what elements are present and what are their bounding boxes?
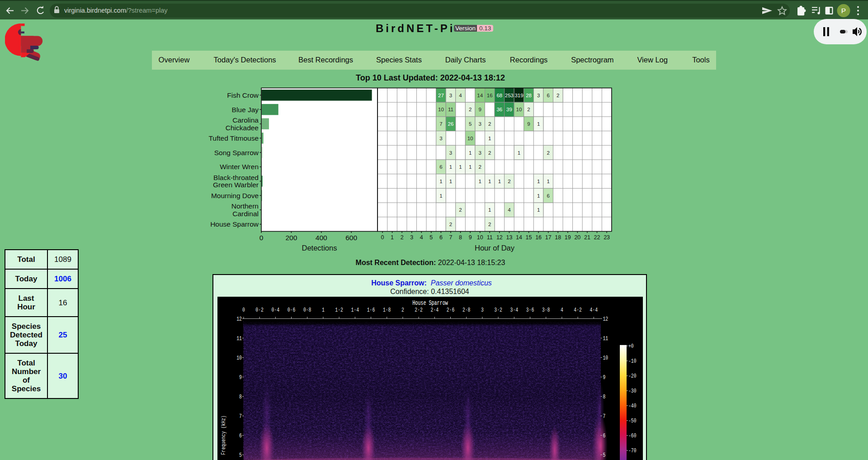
svg-text:0: 0 (259, 234, 264, 242)
svg-text:1: 1 (322, 307, 325, 314)
svg-text:28: 28 (526, 93, 532, 98)
svg-text:2: 2 (508, 179, 510, 184)
svg-text:1: 1 (391, 234, 394, 241)
svg-text:21: 21 (584, 234, 590, 241)
svg-text:0: 0 (381, 234, 384, 241)
svg-text:P: P (841, 7, 846, 14)
svg-text:19: 19 (565, 234, 571, 241)
svg-text:9: 9 (478, 107, 481, 112)
svg-text:3: 3 (481, 307, 484, 314)
svg-text:2: 2 (557, 93, 559, 98)
svg-text:1: 1 (488, 179, 491, 184)
svg-text:11: 11 (448, 107, 453, 112)
svg-text:Blue Jay: Blue Jay (232, 106, 259, 114)
svg-text:2: 2 (527, 107, 530, 112)
svg-text:36: 36 (496, 107, 502, 112)
svg-text:4: 4 (508, 207, 511, 213)
svg-text:5: 5 (239, 452, 242, 459)
svg-text:253: 253 (505, 93, 514, 98)
svg-text:5: 5 (603, 452, 606, 459)
svg-text:Winter Wren: Winter Wren (220, 163, 259, 171)
svg-text:14: 14 (516, 234, 522, 241)
svg-text:23: 23 (604, 234, 610, 241)
svg-text:20: 20 (574, 234, 580, 241)
svg-text:-70: -70 (628, 447, 636, 455)
svg-text:2·2: 2·2 (415, 307, 422, 314)
svg-text:8: 8 (239, 394, 242, 401)
svg-text:3: 3 (537, 93, 540, 98)
svg-text:1·8: 1·8 (383, 307, 391, 314)
svg-text:11: 11 (487, 234, 493, 241)
svg-text:9: 9 (469, 234, 472, 241)
svg-text:2: 2 (401, 234, 404, 241)
svg-text:Carolina: Carolina (232, 116, 259, 124)
svg-text:68: 68 (496, 93, 502, 98)
svg-text:1: 1 (478, 179, 481, 184)
svg-text:3: 3 (478, 150, 481, 156)
svg-text:5: 5 (429, 234, 433, 241)
svg-text:9: 9 (527, 121, 530, 127)
svg-text:-40: -40 (628, 403, 636, 410)
svg-text:0·4: 0·4 (272, 307, 279, 314)
svg-text:10: 10 (603, 355, 609, 362)
svg-text:10: 10 (236, 355, 242, 362)
svg-text:39: 39 (506, 107, 512, 112)
svg-text:House Sparrow: House Sparrow (210, 220, 259, 228)
svg-text:1: 1 (537, 121, 540, 127)
svg-text:7: 7 (239, 413, 242, 420)
svg-text:319: 319 (514, 93, 523, 98)
svg-text:18: 18 (555, 234, 561, 241)
svg-text:1·4: 1·4 (351, 307, 359, 314)
svg-text:4·2: 4·2 (574, 307, 581, 314)
svg-text:1: 1 (469, 150, 472, 156)
svg-text:11: 11 (603, 335, 609, 342)
svg-text:Hour of Day: Hour of Day (475, 244, 515, 252)
svg-text:3·6: 3·6 (526, 307, 534, 314)
svg-text:12: 12 (496, 234, 503, 241)
svg-text:Cardinal: Cardinal (232, 210, 259, 218)
svg-text:1: 1 (459, 164, 462, 170)
svg-text:1: 1 (469, 164, 472, 170)
svg-text:10: 10 (467, 136, 473, 141)
svg-text:Green Warbler: Green Warbler (213, 181, 259, 189)
svg-text:Mourning Dove: Mourning Dove (211, 192, 259, 199)
svg-text:10: 10 (438, 107, 444, 112)
svg-text:-60: -60 (628, 432, 636, 440)
svg-text:House Sparrow: House Sparrow (412, 299, 448, 307)
svg-text:+0: +0 (628, 343, 634, 350)
svg-text:2·4: 2·4 (431, 307, 439, 314)
svg-text:3: 3 (449, 93, 452, 98)
svg-text:9: 9 (603, 374, 606, 381)
svg-text:1: 1 (537, 207, 540, 213)
svg-text:Northern: Northern (231, 202, 259, 210)
svg-text:3: 3 (410, 234, 413, 241)
svg-text:2: 2 (478, 164, 481, 170)
svg-text:6: 6 (439, 164, 442, 170)
svg-text:3·4: 3·4 (510, 307, 518, 314)
svg-text:12: 12 (603, 316, 609, 323)
svg-text:16: 16 (535, 234, 542, 241)
svg-text:6: 6 (439, 234, 443, 241)
svg-text:1·2: 1·2 (335, 307, 343, 314)
svg-text:2: 2 (469, 107, 472, 112)
svg-text:8: 8 (459, 234, 462, 241)
svg-text:1: 1 (439, 193, 442, 199)
svg-text:1: 1 (498, 179, 501, 184)
svg-text:12: 12 (236, 316, 242, 323)
svg-text:-10: -10 (628, 358, 636, 365)
svg-text:2: 2 (547, 150, 549, 156)
svg-text:1: 1 (488, 207, 491, 213)
svg-text:22: 22 (594, 234, 600, 241)
svg-text:Chickadee: Chickadee (226, 124, 259, 132)
svg-text:Fish Crow: Fish Crow (227, 91, 259, 99)
svg-text:7: 7 (603, 413, 606, 420)
svg-text:1: 1 (449, 164, 452, 170)
svg-text:10: 10 (477, 234, 483, 241)
svg-text:17: 17 (545, 234, 552, 241)
svg-text:1: 1 (449, 179, 452, 184)
svg-text:7: 7 (449, 234, 453, 241)
svg-text:5: 5 (469, 121, 472, 127)
svg-text:6: 6 (547, 93, 549, 98)
svg-text:27: 27 (438, 93, 444, 98)
svg-text:8: 8 (603, 394, 606, 401)
